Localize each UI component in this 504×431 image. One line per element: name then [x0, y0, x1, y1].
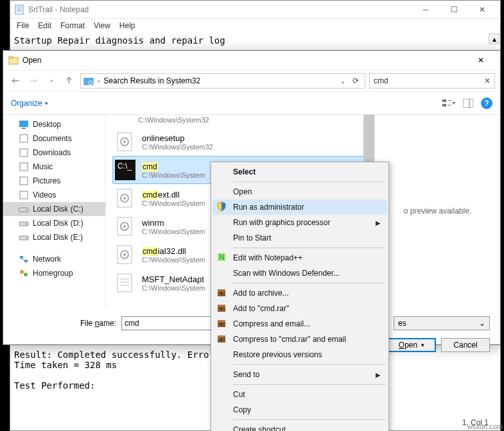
context-menu-item[interactable]: Copy: [213, 402, 387, 418]
context-menu-label: Pin to Start: [233, 233, 271, 242]
svg-rect-28: [24, 260, 28, 262]
context-menu-item[interactable]: Send to▶: [213, 367, 387, 382]
tree-item[interactable]: Local Disk (D:): [3, 216, 105, 230]
tree-item[interactable]: Pictures: [3, 174, 105, 188]
tree-item-label: Downloads: [33, 148, 71, 157]
back-button[interactable]: 🡠: [8, 74, 22, 88]
tree-item[interactable]: Homegroup: [3, 266, 105, 280]
ctx-select[interactable]: Select: [213, 164, 387, 180]
svg-rect-9: [442, 104, 446, 106]
context-menu-item[interactable]: Add to archive...: [213, 285, 387, 301]
file-name: cmdext.dll: [142, 190, 205, 199]
maximize-button[interactable]: ☐: [440, 1, 468, 18]
organize-button[interactable]: Organize ▾: [11, 99, 48, 108]
svg-rect-27: [20, 256, 23, 258]
cancel-button[interactable]: Cancel: [441, 338, 490, 352]
svg-point-24: [26, 223, 27, 224]
context-menu-item[interactable]: Pin to Start: [213, 230, 387, 246]
drive-icon: [19, 218, 29, 228]
menu-view[interactable]: View: [94, 21, 110, 30]
tree-item[interactable]: Network: [3, 252, 105, 266]
file-icon: [115, 188, 135, 208]
toolbar: Organize ▾ ▾ ?: [3, 92, 500, 115]
menu-file[interactable]: File: [17, 21, 29, 30]
scroll-up-button[interactable]: ▴: [489, 33, 500, 44]
address-dropdown-icon[interactable]: ⌄: [340, 78, 345, 85]
tree-item[interactable]: Videos: [3, 188, 105, 202]
tree-item-label: Local Disk (E:): [33, 233, 83, 242]
file-type-text: es: [398, 319, 406, 328]
context-menu-item[interactable]: Run with graphics processor▶: [213, 215, 387, 230]
rar-icon: [216, 303, 228, 314]
recent-dropdown[interactable]: ▾: [44, 74, 58, 88]
tree-item[interactable]: Local Disk (C:): [3, 202, 105, 216]
separator: [233, 248, 386, 248]
svg-rect-54: [220, 292, 223, 294]
context-menu-item[interactable]: Add to "cmd.rar": [213, 301, 387, 316]
svg-point-45: [123, 253, 126, 256]
context-menu-item[interactable]: Compress to "cmd.rar" and email: [213, 332, 387, 347]
context-menu-item[interactable]: Compress and email...: [213, 316, 387, 332]
tree-item[interactable]: Music: [3, 160, 105, 174]
file-path: C:\Windows\System: [142, 256, 205, 264]
open-button[interactable]: Open▾: [387, 338, 436, 352]
file-icon: [115, 244, 135, 265]
tree-item[interactable]: Desktop: [3, 117, 105, 131]
refresh-button[interactable]: ⟳: [349, 76, 362, 85]
context-menu-item[interactable]: Restore previous versions: [213, 347, 387, 362]
forward-button[interactable]: 🡢: [26, 74, 40, 88]
svg-rect-53: [218, 289, 225, 291]
file-type-combo[interactable]: es ⌄: [394, 316, 490, 330]
close-button[interactable]: ✕: [468, 1, 496, 18]
menu-format[interactable]: Format: [60, 21, 85, 30]
svg-rect-62: [218, 335, 225, 337]
minimize-button[interactable]: ─: [412, 1, 440, 18]
notepad-text-line1[interactable]: Startup Repair diagnosis and repair log: [10, 33, 500, 48]
file-item[interactable]: onlinesetupC:\Windows\System32: [112, 128, 368, 156]
tree-item[interactable]: Documents: [3, 131, 105, 146]
preview-pane-button[interactable]: [462, 97, 474, 110]
tree-item[interactable]: Downloads: [3, 146, 105, 160]
separator: [233, 364, 386, 365]
tree-item-label: Local Disk (D:): [33, 219, 83, 228]
svg-point-31: [24, 273, 28, 276]
tree-item-label: Videos: [33, 190, 56, 199]
svg-rect-8: [442, 99, 446, 102]
svg-rect-63: [220, 339, 223, 341]
rar-icon: [216, 318, 228, 330]
dialog-titlebar[interactable]: Open ✕: [3, 51, 500, 70]
svg-rect-56: [218, 305, 225, 307]
separator: [233, 384, 386, 385]
svg-text:C:\_: C:\_: [117, 162, 132, 171]
menu-edit[interactable]: Edit: [38, 21, 51, 30]
view-options-button[interactable]: ▾: [442, 97, 455, 110]
svg-rect-0: [15, 5, 23, 14]
menu-help[interactable]: Help: [119, 21, 135, 30]
tree-item[interactable]: Local Disk (E:): [3, 230, 105, 244]
file-name: MSFT_NetAdapt: [142, 275, 205, 284]
search-input[interactable]: [374, 76, 484, 85]
search-box[interactable]: ✕: [369, 73, 495, 89]
context-menu-item[interactable]: Cut: [213, 387, 387, 402]
notepad-titlebar[interactable]: SrtTrail - Notepad ─ ☐ ✕: [10, 1, 500, 19]
tree-item-label: Documents: [33, 134, 72, 143]
dialog-close-button[interactable]: ✕: [467, 51, 495, 69]
context-menu-item[interactable]: Open: [213, 184, 387, 199]
address-bar[interactable]: › Search Results in System32 ⌄ ⟳: [80, 73, 365, 89]
context-menu-item[interactable]: Create shortcut: [213, 422, 387, 431]
up-button[interactable]: 🡡: [62, 74, 76, 88]
context-menu-label: Copy: [233, 405, 251, 414]
watermark: wsxdn.com: [467, 423, 503, 430]
shield-icon: [216, 201, 228, 213]
folder-icon: [8, 55, 19, 65]
context-menu-item[interactable]: NEdit with Notepad++: [213, 250, 387, 266]
result-group-path: C:\Windows\System32: [112, 115, 368, 128]
svg-point-22: [26, 209, 27, 210]
context-menu-label: Run with graphics processor: [233, 218, 330, 227]
chevron-right-icon[interactable]: ›: [98, 78, 100, 85]
context-menu-item[interactable]: Run as administrator: [213, 199, 387, 215]
help-button[interactable]: ?: [481, 97, 492, 109]
svg-point-39: [123, 197, 126, 199]
context-menu-item[interactable]: Scan with Windows Defender...: [213, 266, 387, 281]
clear-search-icon[interactable]: ✕: [484, 76, 491, 85]
